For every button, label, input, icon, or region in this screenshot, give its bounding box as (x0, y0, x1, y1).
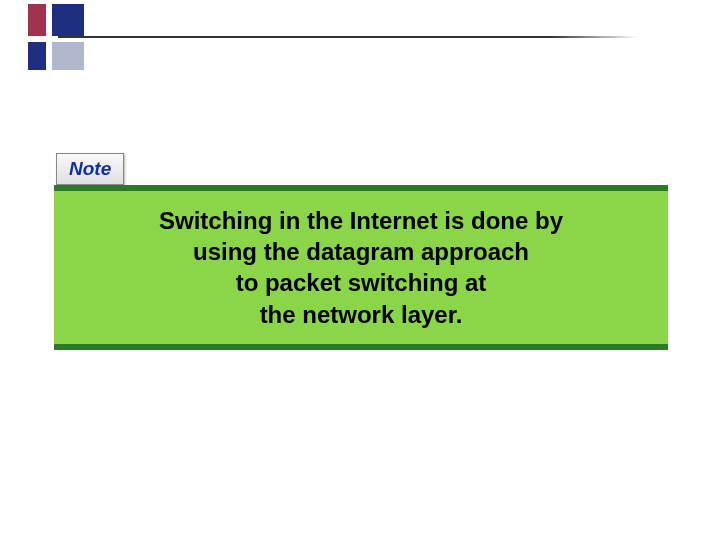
note-label: Note (69, 158, 111, 179)
callout-line: to packet switching at (74, 267, 648, 298)
header-divider (58, 36, 638, 38)
callout-line: Switching in the Internet is done by (74, 205, 648, 236)
callout-line: the network layer. (74, 299, 648, 330)
logo-quadrant (28, 42, 46, 70)
callout-line: using the datagram approach (74, 236, 648, 267)
logo-quadrant (52, 4, 84, 36)
note-badge: Note (56, 153, 124, 185)
callout-box: Switching in the Internet is done by usi… (54, 185, 668, 350)
callout-body: Switching in the Internet is done by usi… (54, 191, 668, 344)
callout-bottom-border (54, 344, 668, 350)
logo-quadrant (52, 42, 84, 70)
logo-quadrant (28, 4, 46, 36)
